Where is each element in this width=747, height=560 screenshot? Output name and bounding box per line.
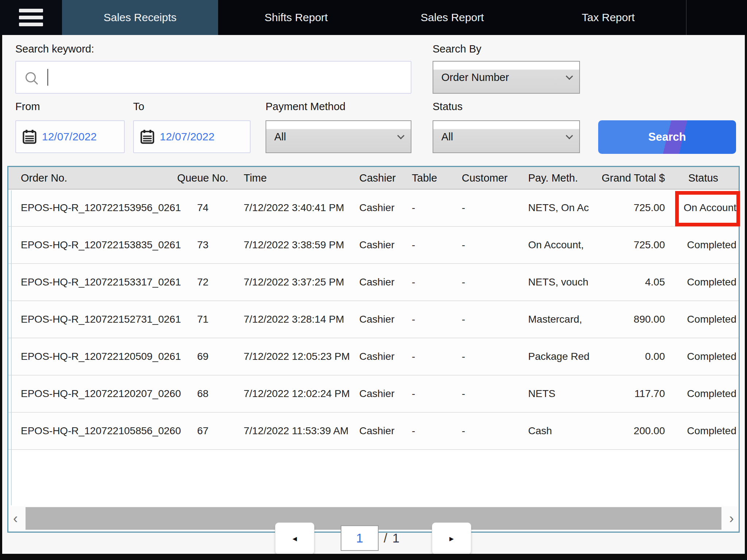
annotation-highlight-box bbox=[675, 191, 740, 226]
cell-order-no: EPOS-HQ-R_120722153835_0261 bbox=[8, 239, 167, 251]
cell-status: Completed bbox=[668, 314, 739, 325]
payment-method-label: Payment Method bbox=[266, 101, 345, 113]
payment-method-value: All bbox=[274, 131, 286, 143]
col-table: Table bbox=[405, 172, 453, 184]
cell-cashier: Cashier bbox=[351, 202, 405, 214]
cell-table: - bbox=[405, 425, 453, 437]
search-input[interactable] bbox=[15, 61, 411, 94]
cell-cashier: Cashier bbox=[351, 276, 405, 288]
table-row[interactable]: EPOS-HQ-R_120722153956_0261 74 7/12/2022… bbox=[8, 190, 739, 227]
search-icon bbox=[26, 72, 36, 82]
previous-page-button[interactable]: ◂ bbox=[275, 522, 314, 555]
col-time: Time bbox=[238, 172, 351, 184]
col-queue-no: Queue No. bbox=[167, 172, 238, 184]
cell-status: Completed bbox=[668, 239, 739, 251]
cell-status: Completed bbox=[668, 351, 739, 362]
cell-table: - bbox=[405, 314, 453, 325]
table-row[interactable]: EPOS-HQ-R_120722105856_0260 67 7/12/2022… bbox=[8, 413, 739, 450]
table-row[interactable]: EPOS-HQ-R_120722152731_0261 71 7/12/2022… bbox=[8, 301, 739, 338]
cell-pay-meth: NETS, On Ac bbox=[518, 202, 591, 214]
cell-time: 7/12/2022 11:53:39 AM bbox=[238, 425, 351, 437]
table-row[interactable]: EPOS-HQ-R_120722153317_0261 72 7/12/2022… bbox=[8, 264, 739, 301]
status-label: Status bbox=[433, 101, 462, 113]
top-nav-bar: Sales Receipts Shifts Report Sales Repor… bbox=[0, 0, 747, 35]
col-order-no: Order No. bbox=[8, 172, 167, 184]
col-customer: Customer bbox=[453, 172, 518, 184]
cell-grand-total: 725.00 bbox=[591, 239, 668, 251]
table-row[interactable]: EPOS-HQ-R_120722120207_0260 68 7/12/2022… bbox=[8, 376, 739, 413]
results-table: Order No. Queue No. Time Cashier Table C… bbox=[7, 166, 740, 533]
cell-grand-total: 4.05 bbox=[591, 276, 668, 288]
screen-frame-left bbox=[0, 35, 2, 560]
payment-method-select[interactable]: All bbox=[266, 120, 411, 153]
chevron-left-icon[interactable]: ‹ bbox=[13, 511, 18, 526]
next-page-icon: ▸ bbox=[449, 533, 454, 544]
cell-table: - bbox=[405, 202, 453, 214]
cell-table: - bbox=[405, 239, 453, 251]
cell-time: 7/12/2022 12:02:24 PM bbox=[238, 388, 351, 400]
cell-cashier: Cashier bbox=[351, 425, 405, 437]
chevron-down-icon bbox=[566, 132, 573, 139]
search-button[interactable]: Search bbox=[598, 120, 736, 154]
cell-time: 7/12/2022 12:05:23 PM bbox=[238, 351, 351, 362]
search-by-value: Order Number bbox=[441, 71, 509, 83]
cell-time: 7/12/2022 3:38:59 PM bbox=[238, 239, 351, 251]
from-date-value: 12/07/2022 bbox=[42, 131, 97, 143]
cell-cashier: Cashier bbox=[351, 388, 405, 400]
from-date-field[interactable]: 12/07/2022 bbox=[15, 120, 125, 153]
cell-customer: - bbox=[453, 351, 518, 362]
col-grand-total: Grand Total $ bbox=[591, 172, 668, 184]
table-row[interactable]: EPOS-HQ-R_120722153835_0261 73 7/12/2022… bbox=[8, 227, 739, 264]
tab-sales-receipts[interactable]: Sales Receipts bbox=[62, 0, 218, 35]
cell-grand-total: 0.00 bbox=[591, 351, 668, 362]
cell-order-no: EPOS-HQ-R_120722120207_0260 bbox=[8, 388, 167, 400]
table-header-row: Order No. Queue No. Time Cashier Table C… bbox=[8, 167, 739, 190]
to-date-field[interactable]: 12/07/2022 bbox=[133, 120, 251, 153]
table-inner-edge bbox=[11, 190, 12, 505]
screen-frame-right bbox=[745, 35, 747, 560]
cell-order-no: EPOS-HQ-R_120722105856_0260 bbox=[8, 425, 167, 437]
cell-time: 7/12/2022 3:40:41 PM bbox=[238, 202, 351, 214]
cell-pay-meth: NETS bbox=[518, 388, 591, 400]
chevron-right-icon[interactable]: › bbox=[729, 511, 734, 526]
cell-cashier: Cashier bbox=[351, 239, 405, 251]
status-value: All bbox=[441, 131, 453, 143]
cell-queue-no: 73 bbox=[167, 239, 238, 251]
page-number-input[interactable]: 1 bbox=[341, 525, 379, 551]
cell-grand-total: 890.00 bbox=[591, 314, 668, 325]
col-cashier: Cashier bbox=[351, 172, 405, 184]
cell-customer: - bbox=[453, 202, 518, 214]
col-status: Status bbox=[668, 172, 739, 184]
search-by-select[interactable]: Order Number bbox=[433, 61, 580, 94]
tab-tax-report[interactable]: Tax Report bbox=[530, 0, 686, 35]
next-page-button[interactable]: ▸ bbox=[432, 522, 471, 555]
cell-cashier: Cashier bbox=[351, 314, 405, 325]
cell-customer: - bbox=[453, 388, 518, 400]
total-pages: 1 bbox=[392, 531, 399, 545]
hamburger-icon bbox=[19, 5, 43, 30]
cell-pay-meth: On Account, bbox=[518, 239, 591, 251]
page-separator: / bbox=[384, 531, 387, 545]
cell-pay-meth: Mastercard, bbox=[518, 314, 591, 325]
calendar-icon bbox=[23, 129, 36, 144]
cell-grand-total: 725.00 bbox=[591, 202, 668, 214]
cell-order-no: EPOS-HQ-R_120722120509_0261 bbox=[8, 351, 167, 362]
cell-queue-no: 74 bbox=[167, 202, 238, 214]
cell-queue-no: 68 bbox=[167, 388, 238, 400]
cell-order-no: EPOS-HQ-R_120722152731_0261 bbox=[8, 314, 167, 325]
tab-sales-report[interactable]: Sales Report bbox=[374, 0, 530, 35]
cell-queue-no: 67 bbox=[167, 425, 238, 437]
cell-queue-no: 72 bbox=[167, 276, 238, 288]
cell-pay-meth: Cash bbox=[518, 425, 591, 437]
tab-shifts-report[interactable]: Shifts Report bbox=[218, 0, 374, 35]
cell-pay-meth: Package Red bbox=[518, 351, 591, 362]
cell-time: 7/12/2022 3:37:25 PM bbox=[238, 276, 351, 288]
table-row[interactable]: EPOS-HQ-R_120722120509_0261 69 7/12/2022… bbox=[8, 338, 739, 376]
menu-button[interactable] bbox=[0, 0, 62, 35]
cell-order-no: EPOS-HQ-R_120722153317_0261 bbox=[8, 276, 167, 288]
cell-time: 7/12/2022 3:28:14 PM bbox=[238, 314, 351, 325]
status-select[interactable]: All bbox=[433, 120, 580, 153]
cell-status: Completed bbox=[668, 276, 739, 288]
search-by-label: Search By bbox=[433, 43, 481, 55]
calendar-icon bbox=[140, 129, 154, 144]
